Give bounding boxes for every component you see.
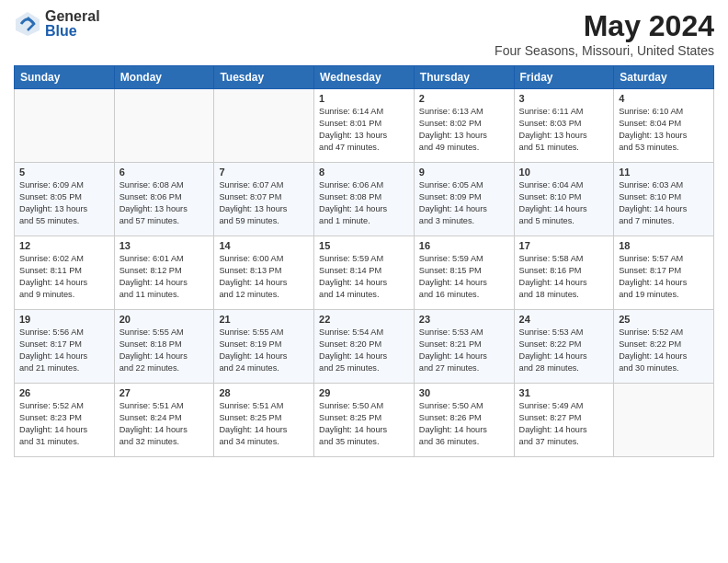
day-info: Sunrise: 6:11 AM Sunset: 8:03 PM Dayligh… xyxy=(519,106,609,154)
calendar-week-row: 5Sunrise: 6:09 AM Sunset: 8:05 PM Daylig… xyxy=(15,163,714,236)
day-number: 17 xyxy=(519,240,609,251)
day-info: Sunrise: 5:59 AM Sunset: 8:15 PM Dayligh… xyxy=(419,253,509,301)
calendar-cell: 15Sunrise: 5:59 AM Sunset: 8:14 PM Dayli… xyxy=(314,236,415,310)
day-number: 11 xyxy=(619,167,709,178)
day-info: Sunrise: 6:10 AM Sunset: 8:04 PM Dayligh… xyxy=(619,106,709,154)
day-number: 31 xyxy=(519,387,609,398)
day-number: 15 xyxy=(319,240,409,251)
day-info: Sunrise: 5:51 AM Sunset: 8:24 PM Dayligh… xyxy=(119,400,210,448)
title-block: May 2024 Four Seasons, Missouri, United … xyxy=(495,9,714,58)
day-info: Sunrise: 5:53 AM Sunset: 8:22 PM Dayligh… xyxy=(519,327,609,374)
day-info: Sunrise: 6:01 AM Sunset: 8:12 PM Dayligh… xyxy=(119,253,210,301)
calendar-cell: 3Sunrise: 6:11 AM Sunset: 8:03 PM Daylig… xyxy=(514,89,614,163)
calendar-cell: 12Sunrise: 6:02 AM Sunset: 8:11 PM Dayli… xyxy=(15,236,115,310)
day-number: 23 xyxy=(419,314,509,325)
calendar-cell: 22Sunrise: 5:54 AM Sunset: 8:20 PM Dayli… xyxy=(314,310,415,384)
calendar-cell: 20Sunrise: 5:55 AM Sunset: 8:18 PM Dayli… xyxy=(114,310,214,384)
header: General Blue May 2024 Four Seasons, Miss… xyxy=(14,9,714,58)
day-info: Sunrise: 5:55 AM Sunset: 8:18 PM Dayligh… xyxy=(119,327,210,374)
day-number: 21 xyxy=(219,314,309,325)
calendar-cell: 28Sunrise: 5:51 AM Sunset: 8:25 PM Dayli… xyxy=(214,384,314,457)
day-number: 4 xyxy=(619,93,709,104)
calendar-cell xyxy=(15,89,115,163)
day-number: 5 xyxy=(19,167,109,178)
day-number: 19 xyxy=(19,314,109,325)
day-info: Sunrise: 5:56 AM Sunset: 8:17 PM Dayligh… xyxy=(19,327,109,374)
day-info: Sunrise: 6:03 AM Sunset: 8:10 PM Dayligh… xyxy=(619,179,709,227)
logo-general: General xyxy=(45,9,100,24)
calendar-cell: 6Sunrise: 6:08 AM Sunset: 8:06 PM Daylig… xyxy=(114,163,214,236)
calendar-week-row: 26Sunrise: 5:52 AM Sunset: 8:23 PM Dayli… xyxy=(15,384,714,457)
day-number: 25 xyxy=(619,314,709,325)
weekday-header: Tuesday xyxy=(214,66,314,89)
calendar-cell: 30Sunrise: 5:50 AM Sunset: 8:26 PM Dayli… xyxy=(414,384,514,457)
day-number: 24 xyxy=(519,314,609,325)
calendar-cell: 29Sunrise: 5:50 AM Sunset: 8:25 PM Dayli… xyxy=(314,384,415,457)
main-title: May 2024 xyxy=(495,9,714,43)
svg-marker-0 xyxy=(16,12,40,36)
day-info: Sunrise: 5:57 AM Sunset: 8:17 PM Dayligh… xyxy=(619,253,709,301)
calendar-cell: 14Sunrise: 6:00 AM Sunset: 8:13 PM Dayli… xyxy=(214,236,314,310)
calendar-cell: 26Sunrise: 5:52 AM Sunset: 8:23 PM Dayli… xyxy=(15,384,115,457)
day-number: 9 xyxy=(419,167,509,178)
day-info: Sunrise: 5:52 AM Sunset: 8:22 PM Dayligh… xyxy=(619,327,709,374)
calendar-cell: 27Sunrise: 5:51 AM Sunset: 8:24 PM Dayli… xyxy=(114,384,214,457)
day-info: Sunrise: 5:51 AM Sunset: 8:25 PM Dayligh… xyxy=(219,400,309,448)
subtitle: Four Seasons, Missouri, United States xyxy=(495,43,714,58)
calendar-week-row: 1Sunrise: 6:14 AM Sunset: 8:01 PM Daylig… xyxy=(15,89,714,163)
day-info: Sunrise: 5:58 AM Sunset: 8:16 PM Dayligh… xyxy=(519,253,609,301)
weekday-header: Wednesday xyxy=(314,66,415,89)
calendar-cell: 16Sunrise: 5:59 AM Sunset: 8:15 PM Dayli… xyxy=(414,236,514,310)
day-number: 28 xyxy=(219,387,309,398)
calendar-week-row: 12Sunrise: 6:02 AM Sunset: 8:11 PM Dayli… xyxy=(15,236,714,310)
day-number: 6 xyxy=(119,167,210,178)
day-info: Sunrise: 5:54 AM Sunset: 8:20 PM Dayligh… xyxy=(319,327,409,374)
weekday-header: Monday xyxy=(114,66,214,89)
day-info: Sunrise: 5:52 AM Sunset: 8:23 PM Dayligh… xyxy=(19,400,109,448)
calendar-cell: 2Sunrise: 6:13 AM Sunset: 8:02 PM Daylig… xyxy=(414,89,514,163)
day-number: 18 xyxy=(619,240,709,251)
day-number: 30 xyxy=(419,387,509,398)
calendar-cell xyxy=(114,89,214,163)
day-number: 13 xyxy=(119,240,210,251)
page: General Blue May 2024 Four Seasons, Miss… xyxy=(0,0,728,563)
day-number: 7 xyxy=(219,167,309,178)
day-number: 26 xyxy=(19,387,109,398)
day-number: 22 xyxy=(319,314,409,325)
calendar-cell: 5Sunrise: 6:09 AM Sunset: 8:05 PM Daylig… xyxy=(15,163,115,236)
day-info: Sunrise: 6:09 AM Sunset: 8:05 PM Dayligh… xyxy=(19,179,109,227)
calendar-cell xyxy=(614,384,714,457)
day-number: 29 xyxy=(319,387,409,398)
day-info: Sunrise: 6:00 AM Sunset: 8:13 PM Dayligh… xyxy=(219,253,309,301)
calendar-cell: 18Sunrise: 5:57 AM Sunset: 8:17 PM Dayli… xyxy=(614,236,714,310)
day-number: 20 xyxy=(119,314,210,325)
calendar-header-row: SundayMondayTuesdayWednesdayThursdayFrid… xyxy=(15,66,714,89)
calendar-cell: 31Sunrise: 5:49 AM Sunset: 8:27 PM Dayli… xyxy=(514,384,614,457)
calendar-cell: 17Sunrise: 5:58 AM Sunset: 8:16 PM Dayli… xyxy=(514,236,614,310)
logo-icon xyxy=(14,10,41,38)
day-number: 10 xyxy=(519,167,609,178)
day-info: Sunrise: 5:59 AM Sunset: 8:14 PM Dayligh… xyxy=(319,253,409,301)
day-info: Sunrise: 6:06 AM Sunset: 8:08 PM Dayligh… xyxy=(319,179,409,227)
day-info: Sunrise: 5:53 AM Sunset: 8:21 PM Dayligh… xyxy=(419,327,509,374)
day-info: Sunrise: 5:49 AM Sunset: 8:27 PM Dayligh… xyxy=(519,400,609,448)
calendar-cell: 23Sunrise: 5:53 AM Sunset: 8:21 PM Dayli… xyxy=(414,310,514,384)
calendar-cell: 25Sunrise: 5:52 AM Sunset: 8:22 PM Dayli… xyxy=(614,310,714,384)
day-info: Sunrise: 6:05 AM Sunset: 8:09 PM Dayligh… xyxy=(419,179,509,227)
calendar-cell: 9Sunrise: 6:05 AM Sunset: 8:09 PM Daylig… xyxy=(414,163,514,236)
day-info: Sunrise: 5:55 AM Sunset: 8:19 PM Dayligh… xyxy=(219,327,309,374)
day-number: 1 xyxy=(319,93,409,104)
calendar-cell: 13Sunrise: 6:01 AM Sunset: 8:12 PM Dayli… xyxy=(114,236,214,310)
calendar-cell: 24Sunrise: 5:53 AM Sunset: 8:22 PM Dayli… xyxy=(514,310,614,384)
weekday-header: Sunday xyxy=(15,66,115,89)
day-info: Sunrise: 6:07 AM Sunset: 8:07 PM Dayligh… xyxy=(219,179,309,227)
weekday-header: Friday xyxy=(514,66,614,89)
day-number: 3 xyxy=(519,93,609,104)
weekday-header: Saturday xyxy=(614,66,714,89)
calendar-cell: 10Sunrise: 6:04 AM Sunset: 8:10 PM Dayli… xyxy=(514,163,614,236)
day-info: Sunrise: 5:50 AM Sunset: 8:25 PM Dayligh… xyxy=(319,400,409,448)
calendar-cell: 1Sunrise: 6:14 AM Sunset: 8:01 PM Daylig… xyxy=(314,89,415,163)
day-info: Sunrise: 6:08 AM Sunset: 8:06 PM Dayligh… xyxy=(119,179,210,227)
day-number: 12 xyxy=(19,240,109,251)
day-info: Sunrise: 6:02 AM Sunset: 8:11 PM Dayligh… xyxy=(19,253,109,301)
